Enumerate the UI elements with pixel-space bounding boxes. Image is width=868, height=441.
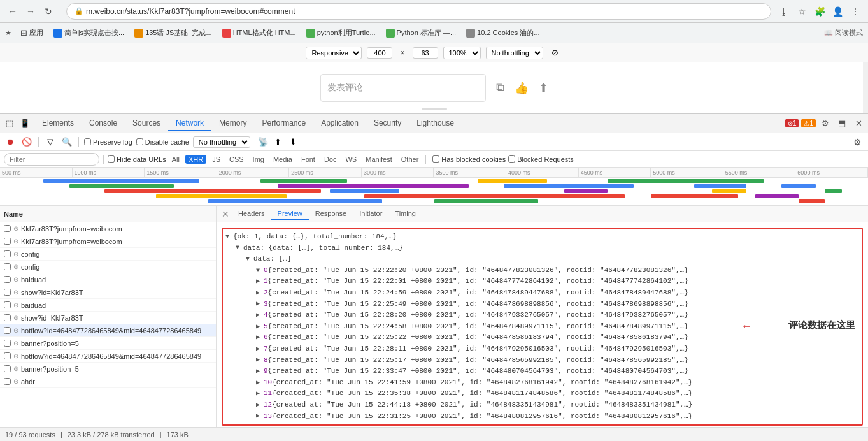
json-item-row[interactable]: 3 {created_at: "Tue Jun 15 22:25:49 +080… (225, 299, 859, 310)
detail-tab-timing[interactable]: Timing (388, 208, 422, 220)
hide-data-urls-label[interactable]: Hide data URLs (108, 155, 166, 163)
json-data-array-row[interactable]: data: […] (225, 254, 859, 265)
filter-js-button[interactable]: JS (209, 155, 224, 164)
hide-data-urls-checkbox[interactable] (108, 155, 115, 163)
share-icon[interactable]: ⬆ (539, 81, 548, 95)
tab-network[interactable]: Network (168, 116, 211, 131)
file-checkbox[interactable] (4, 250, 11, 257)
file-checkbox[interactable] (4, 314, 11, 321)
item-expand-icon[interactable] (256, 333, 264, 343)
filter-font-button[interactable]: Font (298, 155, 318, 164)
json-item-row[interactable]: 10 {created_at: "Tue Jun 15 22:41:59 +08… (225, 377, 859, 389)
like-icon[interactable]: 👍 (515, 81, 529, 95)
json-item-row[interactable]: 8 {created_at: "Tue Jun 15 22:25:17 +080… (225, 355, 859, 366)
filter-button[interactable]: ▽ (44, 136, 57, 148)
item-expand-icon[interactable] (256, 411, 264, 421)
item-expand-icon[interactable] (256, 366, 264, 377)
json-item-row[interactable]: 0 {created_at: "Tue Jun 15 22:22:20 +080… (225, 265, 859, 277)
data-array-expand-icon[interactable] (246, 254, 253, 264)
bookmark-6[interactable]: 10.2 Cookies 油的... (462, 27, 543, 39)
file-list-item[interactable]: ⊙banner?position=5 (0, 337, 216, 350)
bookmark-1[interactable]: 简单js实现点击按... (50, 27, 128, 39)
bookmark-5[interactable]: Python 标准库 —... (382, 27, 460, 39)
more-button[interactable]: ⋮ (848, 4, 863, 19)
tab-lighthouse[interactable]: Lighthouse (409, 116, 462, 131)
detail-tab-preview[interactable]: Preview (271, 208, 309, 220)
json-item-row[interactable]: 13 {created_at: "Tue Jun 15 22:31:25 +08… (225, 411, 859, 423)
file-checkbox[interactable] (4, 301, 11, 308)
item-expand-icon[interactable] (256, 400, 264, 410)
bookmark-apps[interactable]: ⊞ 应用 (17, 27, 47, 39)
file-checkbox[interactable] (4, 378, 11, 385)
json-item-row[interactable]: 1 {created_at: "Tue Jun 15 22:22:01 +080… (225, 276, 859, 287)
tab-application[interactable]: Application (313, 116, 366, 131)
json-item-row[interactable]: 2 {created_at: "Tue Jun 15 22:24:59 +080… (225, 287, 859, 299)
file-checkbox[interactable] (4, 263, 11, 270)
bookmark-2[interactable]: 135话 JS基础_完成... (131, 27, 216, 39)
json-item-row[interactable]: 7 {created_at: "Tue Jun 15 22:28:11 +080… (225, 343, 859, 355)
file-checkbox[interactable] (4, 289, 11, 296)
root-expand-icon[interactable] (225, 232, 233, 242)
reading-mode-button[interactable]: 📖 阅读模式 (824, 28, 863, 38)
filter-xhr-button[interactable]: XHR (185, 155, 206, 164)
clear-button[interactable]: 🚫 (20, 136, 33, 148)
blocked-requests-label[interactable]: Blocked Requests (508, 155, 574, 163)
network-throttle-select[interactable]: No throttling (193, 136, 250, 148)
filter-ws-button[interactable]: WS (342, 155, 360, 164)
forward-button[interactable]: → (23, 4, 38, 19)
detail-tab-initiator[interactable]: Initiator (353, 208, 388, 220)
address-bar[interactable]: 🔒 m.weibo.cn/status/KkI7ar83T?jumpfrom=w… (66, 3, 771, 20)
item-expand-icon[interactable] (256, 277, 264, 287)
tab-elements[interactable]: Elements (34, 116, 82, 131)
bookmark-3[interactable]: HTML格式化 HTM... (218, 27, 300, 39)
bookmark-button[interactable]: ☆ (794, 4, 809, 19)
tab-console[interactable]: Console (82, 116, 125, 131)
drag-handle[interactable] (422, 108, 447, 110)
json-item-row[interactable]: 4 {created_at: "Tue Jun 15 22:28:20 +080… (225, 310, 859, 321)
blocked-cookies-label[interactable]: Has blocked cookies (432, 155, 506, 163)
tab-sources[interactable]: Sources (125, 116, 168, 131)
disable-cache-checkbox[interactable] (136, 138, 143, 145)
download-button[interactable]: ⭳ (776, 4, 792, 19)
throttle-select[interactable]: No throttling (486, 47, 543, 59)
file-list-item[interactable]: ⊙KkI7ar83T?jumpfrom=weibocom (0, 235, 216, 248)
item-expand-icon[interactable] (256, 299, 264, 309)
network-settings-button[interactable]: ⚙ (850, 135, 864, 149)
file-list-item[interactable]: ⊙ahdr (0, 375, 216, 388)
scroll-bar[interactable] (863, 62, 868, 113)
item-expand-icon[interactable] (256, 266, 264, 276)
disable-cache-label[interactable]: Disable cache (136, 138, 189, 146)
back-button[interactable]: ← (5, 4, 20, 19)
file-list-item[interactable]: ⊙banner?position=5 (0, 363, 216, 375)
json-root-row[interactable]: {ok: 1, data: {…}, total_number: 184,…} (225, 231, 859, 243)
search-button[interactable]: 🔍 (60, 136, 73, 148)
json-item-row[interactable]: 5 {created_at: "Tue Jun 15 22:24:58 +080… (225, 321, 859, 333)
file-list-item[interactable]: ⊙hotflow?id=4648477286465849&mid=4648477… (0, 324, 216, 337)
copy-icon[interactable]: ⧉ (496, 81, 504, 95)
filter-css-button[interactable]: CSS (226, 155, 247, 164)
item-expand-icon[interactable] (256, 344, 264, 354)
json-item-row[interactable]: 9 {created_at: "Tue Jun 15 22:33:47 +080… (225, 366, 859, 377)
preserve-log-label[interactable]: Preserve log (84, 138, 132, 146)
file-list-item[interactable]: ⊙baiduad (0, 299, 216, 312)
preserve-log-checkbox[interactable] (84, 138, 91, 145)
wifi-icon-button[interactable]: 📡 (257, 136, 269, 148)
file-list-item[interactable]: ⊙config (0, 248, 216, 261)
file-checkbox[interactable] (4, 340, 11, 347)
filter-other-button[interactable]: Other (398, 155, 422, 164)
file-checkbox[interactable] (4, 327, 11, 334)
reload-button[interactable]: ↻ (41, 4, 56, 19)
file-list-item[interactable]: ⊙KkI7ar83T?jumpfrom=weibocom (0, 222, 216, 235)
file-list-item[interactable]: ⊙baiduad (0, 273, 216, 286)
file-list-item[interactable]: ⊙config (0, 261, 216, 273)
filter-input[interactable] (4, 153, 99, 166)
bookmark-4[interactable]: python利用Turtle... (302, 27, 380, 39)
filter-doc-button[interactable]: Doc (321, 155, 340, 164)
responsive-more-button[interactable]: ⊘ (548, 46, 562, 60)
filter-manifest-button[interactable]: Manifest (362, 155, 395, 164)
file-checkbox[interactable] (4, 238, 11, 245)
detail-tab-headers[interactable]: Headers (232, 208, 271, 220)
file-checkbox[interactable] (4, 365, 11, 372)
filter-img-button[interactable]: Img (250, 155, 267, 164)
close-devtools-button[interactable]: ✕ (851, 117, 865, 131)
